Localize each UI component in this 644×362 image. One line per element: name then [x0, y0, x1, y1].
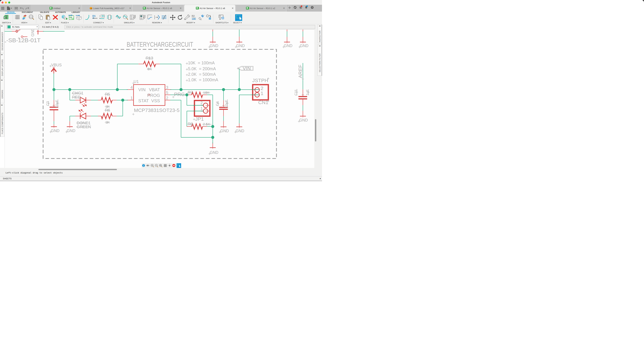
svg-text:BATTERYCHARGECIRCUIT: BATTERYCHARGECIRCUIT [127, 41, 193, 48]
svg-text:GND: GND [236, 129, 244, 133]
svg-text:JP1: JP1 [195, 116, 204, 122]
svg-text:GND: GND [236, 43, 245, 48]
svg-text:D1: D1 [102, 15, 104, 17]
svg-text:4: 4 [130, 85, 133, 90]
svg-text:STAT: STAT [138, 98, 149, 103]
svg-text:GND: GND [300, 43, 308, 48]
svg-text:D1: D1 [92, 14, 96, 17]
svg-text:2.0K = 500mA: 2.0K = 500mA [188, 72, 216, 77]
svg-text:1: 1 [130, 96, 133, 100]
svg-text:GND: GND [30, 29, 35, 36]
svg-text:VBUS: VBUS [51, 63, 62, 67]
svg-text:1uF: 1uF [306, 89, 309, 95]
svg-text:GND: GND [284, 43, 292, 48]
svg-text:1: 1 [260, 90, 264, 96]
svg-text:GND: GND [220, 129, 229, 133]
svg-text:R2: R2 [192, 14, 195, 17]
svg-text:CN1: CN1 [258, 99, 268, 105]
svg-text:10uF: 10uF [55, 100, 59, 108]
svg-text:JSTPH: JSTPH [252, 78, 268, 83]
svg-text:GND: GND [210, 43, 218, 48]
svg-text:2: 2 [200, 100, 202, 105]
svg-text:3: 3 [166, 85, 168, 90]
svg-text:L-SB-12B-01T: L-SB-12B-01T [4, 37, 40, 43]
svg-text:PRG: PRG [174, 91, 185, 97]
svg-text:5: 5 [166, 90, 168, 95]
svg-text:10uF: 10uF [224, 100, 228, 108]
svg-text:1.0K = 1000mA: 1.0K = 1000mA [188, 77, 218, 82]
svg-text:VIN: VIN [243, 66, 251, 71]
svg-text:10K = 100mA: 10K = 100mA [188, 60, 215, 65]
svg-text:C11: C11 [294, 89, 298, 95]
svg-text:2: 2 [166, 96, 168, 100]
svg-text:GND: GND [299, 118, 308, 122]
svg-text:2: 2 [260, 85, 264, 91]
svg-text:MCP73831SOT23-5: MCP73831SOT23-5 [134, 108, 180, 113]
svg-text:AREF: AREF [298, 65, 303, 78]
svg-text:10K: 10K [192, 17, 196, 20]
svg-text:GND: GND [67, 129, 75, 133]
svg-text:VBAT: VBAT [149, 87, 160, 92]
svg-text:VSS: VSS [151, 98, 160, 103]
svg-text:5.0K = 200mA: 5.0K = 200mA [188, 66, 216, 71]
svg-text:VIN: VIN [138, 87, 146, 92]
svg-text:1: 1 [200, 106, 202, 111]
svg-text:GND: GND [51, 129, 60, 133]
svg-text:GND: GND [210, 150, 218, 155]
svg-text:?: ? [312, 6, 312, 8]
